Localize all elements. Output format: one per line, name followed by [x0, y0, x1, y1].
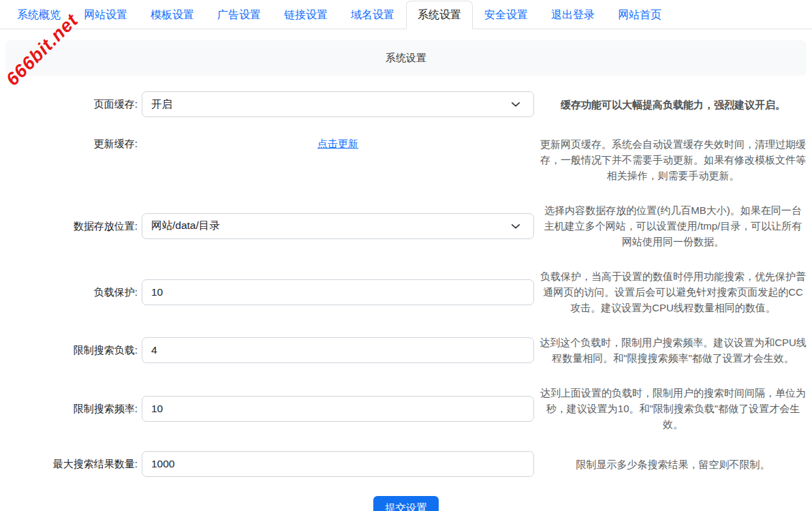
search-load-limit-label: 限制搜索负载:	[0, 343, 138, 358]
data-location-select[interactable]: 网站/data/目录	[142, 213, 534, 239]
max-search-results-label: 最大搜索结果数量:	[0, 456, 138, 471]
page-cache-select[interactable]: 开启	[142, 91, 534, 117]
update-cache-help: 更新网页缓存。系统会自动设置缓存失效时间，清理过期缓存，一般情况下并不需要手动更…	[534, 136, 812, 183]
data-location-label: 数据存放位置:	[0, 219, 138, 234]
load-protection-input[interactable]	[142, 279, 534, 305]
tab-security-settings[interactable]: 安全设置	[473, 1, 540, 29]
tab-logout[interactable]: 退出登录	[540, 1, 606, 29]
tab-system-settings[interactable]: 系统设置	[406, 1, 473, 29]
update-cache-link[interactable]: 点击更新	[317, 138, 358, 149]
data-location-help: 选择内容数据存放的位置(约几百MB大小)。如果在同一台主机建立多个网站，可以设置…	[534, 202, 812, 249]
search-frequency-limit-help: 达到上面设置的负载时，限制用户的搜索时间间隔，单位为秒，建议设置为10。和"限制…	[534, 385, 812, 432]
settings-form: 页面缓存: 开启 缓存功能可以大幅提高负载能力，强烈建议开启。 更新缓存: 点击…	[0, 91, 812, 511]
search-frequency-limit-label: 限制搜索频率:	[0, 401, 138, 416]
page-cache-selected-value: 开启	[151, 97, 172, 112]
update-cache-label: 更新缓存:	[0, 136, 138, 151]
chevron-down-icon	[511, 221, 520, 231]
tab-link-settings[interactable]: 链接设置	[272, 1, 339, 29]
load-protection-label: 负载保护:	[0, 285, 138, 300]
page-title-bar: 系统设置	[5, 40, 807, 76]
tab-ad-settings[interactable]: 广告设置	[206, 1, 272, 29]
tab-site-settings[interactable]: 网站设置	[72, 1, 139, 29]
tab-domain-settings[interactable]: 域名设置	[339, 1, 406, 29]
search-load-limit-input[interactable]	[142, 337, 534, 363]
search-frequency-limit-input[interactable]	[142, 396, 534, 422]
search-load-limit-help: 达到这个负载时，限制用户搜索频率。建议设置为和CPU线程数量相同。和"限搜搜索频…	[534, 335, 812, 366]
data-location-selected-value: 网站/data/目录	[151, 219, 220, 233]
page-cache-help: 缓存功能可以大幅提高负载能力，强烈建议开启。	[534, 97, 812, 112]
row-search-load-limit: 限制搜索负载: 达到这个负载时，限制用户搜索频率。建议设置为和CPU线程数量相同…	[0, 335, 812, 366]
row-search-frequency-limit: 限制搜索频率: 达到上面设置的负载时，限制用户的搜索时间间隔，单位为秒，建议设置…	[0, 385, 812, 432]
tab-template-settings[interactable]: 模板设置	[139, 1, 206, 29]
tab-system-overview[interactable]: 系统概览	[5, 1, 72, 29]
max-search-results-input[interactable]	[142, 451, 534, 477]
row-update-cache: 更新缓存: 点击更新 更新网页缓存。系统会自动设置缓存失效时间，清理过期缓存，一…	[0, 136, 812, 183]
page-cache-label: 页面缓存:	[0, 97, 138, 112]
submit-row: 提交设置	[0, 496, 812, 511]
chevron-down-icon	[511, 99, 520, 109]
page-title: 系统设置	[386, 52, 426, 65]
system-settings-page: 666bit.net 系统概览 网站设置 模板设置 广告设置 链接设置 域名设置…	[0, 0, 812, 511]
row-data-location: 数据存放位置: 网站/data/目录 选择内容数据存放的位置(约几百MB大小)。…	[0, 202, 812, 249]
submit-settings-button[interactable]: 提交设置	[373, 496, 439, 511]
max-search-results-help: 限制显示多少条搜索结果，留空则不限制。	[534, 456, 812, 472]
row-max-search-results: 最大搜索结果数量: 限制显示多少条搜索结果，留空则不限制。	[0, 451, 812, 477]
top-nav: 系统概览 网站设置 模板设置 广告设置 链接设置 域名设置 系统设置 安全设置 …	[0, 0, 812, 29]
tab-site-home[interactable]: 网站首页	[606, 1, 673, 29]
load-protection-help: 负载保护，当高于设置的数值时停用功能搜索，优先保护普通网页的访问。设置后会可以避…	[534, 268, 812, 315]
row-load-protection: 负载保护: 负载保护，当高于设置的数值时停用功能搜索，优先保护普通网页的访问。设…	[0, 268, 812, 315]
row-page-cache: 页面缓存: 开启 缓存功能可以大幅提高负载能力，强烈建议开启。	[0, 91, 812, 117]
